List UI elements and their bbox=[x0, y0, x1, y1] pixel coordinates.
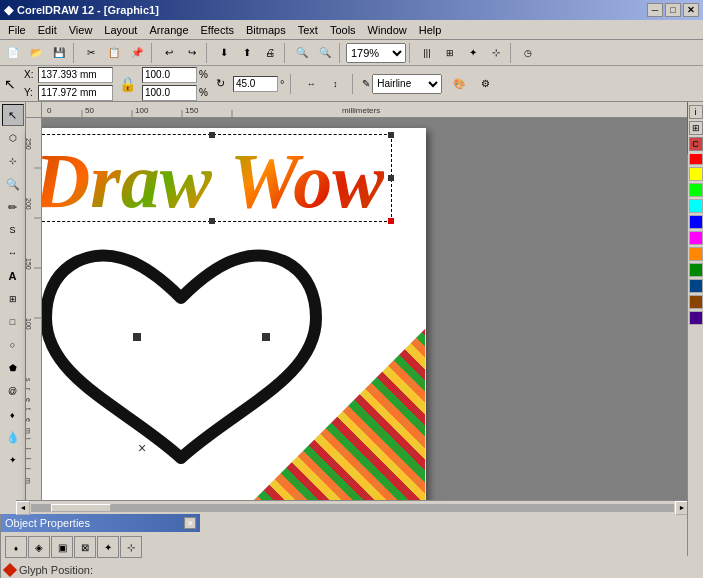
angle-input[interactable] bbox=[233, 76, 278, 92]
props-icon-6[interactable]: ⊹ bbox=[120, 536, 142, 558]
window-title: CorelDRAW 12 - [Graphic1] bbox=[17, 4, 159, 16]
obj-props-header-btns: ✕ bbox=[184, 517, 196, 529]
lock-proportions[interactable]: 🔒 bbox=[119, 76, 136, 92]
canvas-content[interactable]: Draw Wow bbox=[16, 118, 689, 500]
svg-text:0: 0 bbox=[47, 106, 52, 115]
handle-mr bbox=[388, 175, 394, 181]
props-icon-1[interactable]: ⬧ bbox=[5, 536, 27, 558]
copy-button[interactable]: 📋 bbox=[103, 42, 125, 64]
zoom-level-select[interactable]: 179% 100% 50% bbox=[346, 43, 406, 63]
maximize-button[interactable]: □ bbox=[665, 3, 681, 17]
flip-h-button[interactable]: ↔ bbox=[300, 73, 322, 95]
menu-bitmaps[interactable]: Bitmaps bbox=[240, 22, 292, 38]
svg-text:m: m bbox=[26, 478, 32, 484]
cut-button[interactable]: ✂ bbox=[80, 42, 102, 64]
pattern-image bbox=[206, 328, 426, 500]
sep-coords2 bbox=[352, 74, 356, 94]
obj-props-toolbar: ⬧ ◈ ▣ ⊠ ✦ ⊹ bbox=[5, 536, 196, 558]
handle-tr bbox=[388, 132, 394, 138]
svg-text:e: e bbox=[26, 418, 32, 422]
sep7 bbox=[510, 43, 514, 63]
x-input[interactable] bbox=[38, 67, 113, 83]
rotate-icon[interactable]: ↻ bbox=[216, 77, 225, 90]
toolbar-btn-a[interactable]: ||| bbox=[416, 42, 438, 64]
y-input[interactable] bbox=[38, 85, 113, 101]
svg-text:l: l bbox=[26, 458, 32, 460]
toolbar-btn-e[interactable]: ◷ bbox=[517, 42, 539, 64]
app-icon: ◆ bbox=[4, 3, 13, 17]
import-button[interactable]: ⬇ bbox=[213, 42, 235, 64]
minimize-button[interactable]: ─ bbox=[647, 3, 663, 17]
red-diamond-icon bbox=[3, 563, 17, 577]
sep3 bbox=[206, 43, 210, 63]
flip-v-button[interactable]: ↕ bbox=[324, 73, 346, 95]
svg-text:millimeters: millimeters bbox=[342, 106, 380, 115]
svg-text:l: l bbox=[26, 448, 32, 450]
paste-button[interactable]: 📌 bbox=[126, 42, 148, 64]
scroll-track-h[interactable] bbox=[31, 504, 674, 512]
toolbar-btn-d[interactable]: ⊹ bbox=[485, 42, 507, 64]
object-properties-panel: Object Properties ✕ ⬧ ◈ ▣ ⊠ ✦ ⊹ bbox=[1, 514, 200, 578]
xy-coords: X: Y: bbox=[24, 67, 113, 101]
props-icon-5[interactable]: ✦ bbox=[97, 536, 119, 558]
options-btn[interactable]: ⚙ bbox=[474, 73, 496, 95]
toolbar-btn-c[interactable]: ✦ bbox=[462, 42, 484, 64]
menu-text[interactable]: Text bbox=[292, 22, 324, 38]
node-cross: × bbox=[138, 440, 146, 456]
menu-edit[interactable]: Edit bbox=[32, 22, 63, 38]
close-button[interactable]: ✕ bbox=[683, 3, 699, 17]
menu-help[interactable]: Help bbox=[413, 22, 448, 38]
redo-button[interactable]: ↪ bbox=[181, 42, 203, 64]
props-icon-3[interactable]: ▣ bbox=[51, 536, 73, 558]
menu-view[interactable]: View bbox=[63, 22, 99, 38]
ruler-vertical: 250 200 150 100 s r e t e m i l l i m bbox=[26, 118, 42, 500]
svg-text:200: 200 bbox=[26, 198, 32, 210]
wh-coords: % % bbox=[142, 67, 208, 101]
export-button[interactable]: ⬆ bbox=[236, 42, 258, 64]
menu-tools[interactable]: Tools bbox=[324, 22, 362, 38]
menu-layout[interactable]: Layout bbox=[98, 22, 143, 38]
save-button[interactable]: 💾 bbox=[48, 42, 70, 64]
svg-text:i: i bbox=[26, 468, 32, 470]
width-input[interactable] bbox=[142, 67, 197, 83]
props-icon-2[interactable]: ◈ bbox=[28, 536, 50, 558]
menu-effects[interactable]: Effects bbox=[195, 22, 240, 38]
scroll-left-button[interactable]: ◄ bbox=[16, 501, 30, 515]
x-label: X: bbox=[24, 69, 36, 80]
menu-file[interactable]: File bbox=[2, 22, 32, 38]
print-button[interactable]: 🖨 bbox=[259, 42, 281, 64]
props-icon-4[interactable]: ⊠ bbox=[74, 536, 96, 558]
svg-text:150: 150 bbox=[26, 258, 32, 270]
pct-w: % bbox=[199, 69, 208, 80]
selection-tool-icon: ↖ bbox=[4, 76, 16, 92]
glyph-row: Glyph Position: bbox=[5, 564, 196, 576]
scroll-thumb-h[interactable] bbox=[51, 504, 111, 512]
page-canvas[interactable]: Draw Wow bbox=[26, 128, 426, 500]
toolbar-btn-b[interactable]: ⊞ bbox=[439, 42, 461, 64]
sep-coords bbox=[290, 74, 294, 94]
undo-button[interactable]: ↩ bbox=[158, 42, 180, 64]
handle-br bbox=[388, 218, 394, 224]
svg-text:s: s bbox=[26, 378, 32, 382]
menu-bar: File Edit View Layout Arrange Effects Bi… bbox=[0, 20, 703, 40]
menu-window[interactable]: Window bbox=[362, 22, 413, 38]
obj-props-title: Object Properties bbox=[5, 517, 90, 529]
obj-props-close-btn[interactable]: ✕ bbox=[184, 517, 196, 529]
sep6 bbox=[409, 43, 413, 63]
sep4 bbox=[284, 43, 288, 63]
main-area: ↖ ⬡ ⊹ 🔍 ✏ S ↔ A ⊞ □ ○ ⬟ @ ⬧ 💧 ✦ 0 50 100 bbox=[0, 102, 703, 514]
color-settings-btn[interactable]: 🎨 bbox=[448, 73, 470, 95]
svg-text:50: 50 bbox=[85, 106, 94, 115]
sep1 bbox=[73, 43, 77, 63]
new-button[interactable]: 📄 bbox=[2, 42, 24, 64]
menu-arrange[interactable]: Arrange bbox=[143, 22, 194, 38]
height-input[interactable] bbox=[142, 85, 197, 101]
outline-select[interactable]: Hairline 0.5pt 1pt bbox=[372, 74, 442, 94]
zoom-in-button[interactable]: 🔍 bbox=[291, 42, 313, 64]
svg-text:t: t bbox=[26, 408, 32, 410]
svg-text:r: r bbox=[26, 388, 32, 391]
svg-text:100: 100 bbox=[26, 318, 32, 330]
horizontal-scrollbar[interactable]: ◄ ► bbox=[16, 500, 689, 514]
open-button[interactable]: 📂 bbox=[25, 42, 47, 64]
zoom-out-button[interactable]: 🔍 bbox=[314, 42, 336, 64]
